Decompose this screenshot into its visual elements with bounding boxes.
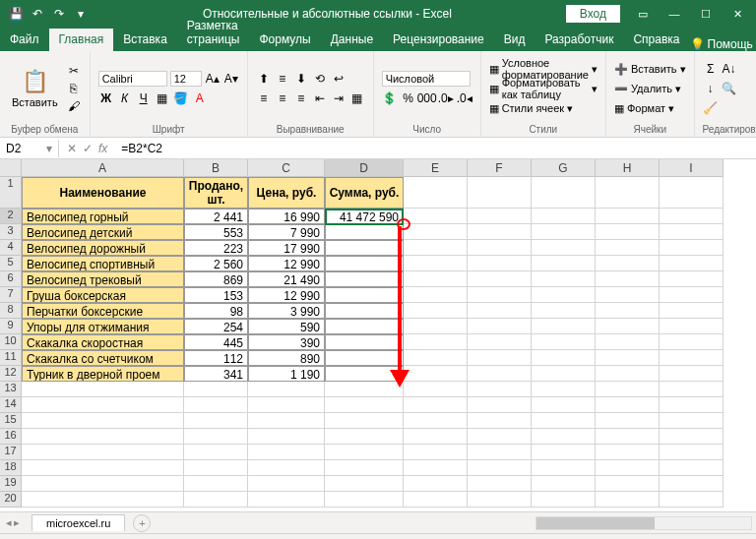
align-middle-icon[interactable]: ≡ — [275, 71, 290, 87]
orientation-icon[interactable]: ⟲ — [312, 71, 328, 87]
cell-sold[interactable]: 2 560 — [184, 256, 248, 271]
cell[interactable] — [404, 319, 468, 334]
cell[interactable] — [532, 209, 596, 224]
cell-sum[interactable] — [325, 350, 404, 366]
cell[interactable] — [532, 287, 596, 303]
cell[interactable] — [468, 287, 532, 303]
row-header[interactable]: 4 — [0, 240, 22, 256]
cell-price[interactable]: 890 — [248, 350, 325, 366]
cell[interactable] — [248, 460, 325, 476]
cell[interactable] — [596, 366, 660, 382]
cell[interactable] — [660, 397, 724, 413]
cell[interactable] — [325, 460, 404, 476]
row-header[interactable]: 15 — [0, 413, 22, 429]
cell[interactable] — [468, 209, 532, 224]
cell-styles-button[interactable]: ▦ Стили ячеек ▾ — [489, 99, 598, 117]
cell[interactable] — [248, 382, 325, 397]
cell[interactable] — [404, 413, 468, 429]
cell[interactable] — [596, 429, 660, 445]
column-header[interactable]: A — [22, 159, 184, 177]
tab-nav-prev-icon[interactable]: ◂ — [6, 516, 12, 529]
cell[interactable] — [596, 350, 660, 366]
cell[interactable] — [22, 429, 184, 445]
cell-sum[interactable] — [325, 287, 404, 303]
cell[interactable] — [404, 397, 468, 413]
cell[interactable] — [660, 476, 724, 492]
cell[interactable] — [532, 382, 596, 397]
cell[interactable] — [596, 413, 660, 429]
align-left-icon[interactable]: ≡ — [256, 90, 272, 106]
cell[interactable] — [404, 334, 468, 350]
comma-icon[interactable]: 000 — [419, 90, 435, 106]
cell-name[interactable]: Велосипед спортивный — [22, 256, 184, 271]
cell[interactable] — [184, 429, 248, 445]
align-top-icon[interactable]: ⬆ — [256, 71, 272, 87]
cell-sold[interactable]: 869 — [184, 271, 248, 287]
cell[interactable] — [325, 429, 404, 445]
cell[interactable] — [325, 397, 404, 413]
fill-color-button[interactable]: 🪣 — [173, 90, 189, 106]
cell[interactable] — [660, 492, 724, 508]
cell[interactable] — [22, 445, 184, 460]
maximize-icon[interactable]: ☐ — [691, 3, 721, 25]
bold-button[interactable]: Ж — [98, 90, 114, 106]
select-all-corner[interactable] — [0, 159, 22, 177]
cell[interactable] — [404, 366, 468, 382]
minimize-icon[interactable]: — — [660, 3, 689, 25]
row-header[interactable]: 5 — [0, 256, 22, 271]
cell-price[interactable]: 16 990 — [248, 209, 325, 224]
cell[interactable] — [184, 382, 248, 397]
increase-indent-icon[interactable]: ⇥ — [331, 90, 346, 106]
cell[interactable] — [660, 429, 724, 445]
cell[interactable] — [660, 366, 724, 382]
cell[interactable] — [325, 413, 404, 429]
row-header[interactable]: 1 — [0, 177, 22, 209]
cell-sum[interactable] — [325, 271, 404, 287]
ribbon-options-icon[interactable]: ▭ — [628, 3, 658, 25]
cell[interactable] — [596, 256, 660, 271]
tab-nav-next-icon[interactable]: ▸ — [14, 516, 20, 529]
cell-price[interactable]: 1 190 — [248, 366, 325, 382]
align-bottom-icon[interactable]: ⬇ — [293, 71, 309, 87]
cell[interactable] — [325, 382, 404, 397]
cell[interactable] — [596, 492, 660, 508]
cell[interactable] — [660, 177, 724, 209]
row-header[interactable]: 9 — [0, 319, 22, 334]
cell[interactable] — [660, 319, 724, 334]
cell[interactable] — [468, 319, 532, 334]
cell[interactable] — [184, 492, 248, 508]
cell[interactable] — [468, 350, 532, 366]
cell[interactable] — [404, 224, 468, 240]
cell-sum[interactable] — [325, 240, 404, 256]
column-header[interactable]: C — [248, 159, 325, 177]
cell-sum[interactable]: 41 472 590 — [325, 209, 404, 224]
row-header[interactable]: 14 — [0, 397, 22, 413]
cell[interactable] — [660, 240, 724, 256]
cell[interactable] — [22, 476, 184, 492]
row-header[interactable]: 2 — [0, 209, 22, 224]
cell[interactable] — [184, 413, 248, 429]
cell[interactable] — [468, 476, 532, 492]
cell[interactable] — [404, 445, 468, 460]
cell-name[interactable]: Перчатки боксерские — [22, 303, 184, 319]
save-icon[interactable]: 💾 — [8, 6, 24, 22]
row-header[interactable]: 10 — [0, 334, 22, 350]
cell-name[interactable]: Груша боксерская — [22, 287, 184, 303]
cell[interactable] — [184, 397, 248, 413]
cell[interactable] — [532, 476, 596, 492]
cell[interactable] — [248, 429, 325, 445]
cell-sold[interactable]: 2 441 — [184, 209, 248, 224]
decrease-indent-icon[interactable]: ⇤ — [312, 90, 328, 106]
cell-name[interactable]: Упоры для отжимания — [22, 319, 184, 334]
number-format-select[interactable] — [382, 71, 471, 87]
horizontal-scrollbar[interactable] — [536, 516, 752, 530]
cell[interactable] — [184, 476, 248, 492]
column-header[interactable]: E — [404, 159, 468, 177]
cell[interactable] — [660, 334, 724, 350]
row-header[interactable]: 7 — [0, 287, 22, 303]
cell[interactable] — [404, 209, 468, 224]
login-button[interactable]: Вход — [566, 5, 620, 23]
column-header[interactable]: H — [596, 159, 660, 177]
cell[interactable] — [660, 413, 724, 429]
redo-icon[interactable]: ↷ — [51, 6, 67, 22]
